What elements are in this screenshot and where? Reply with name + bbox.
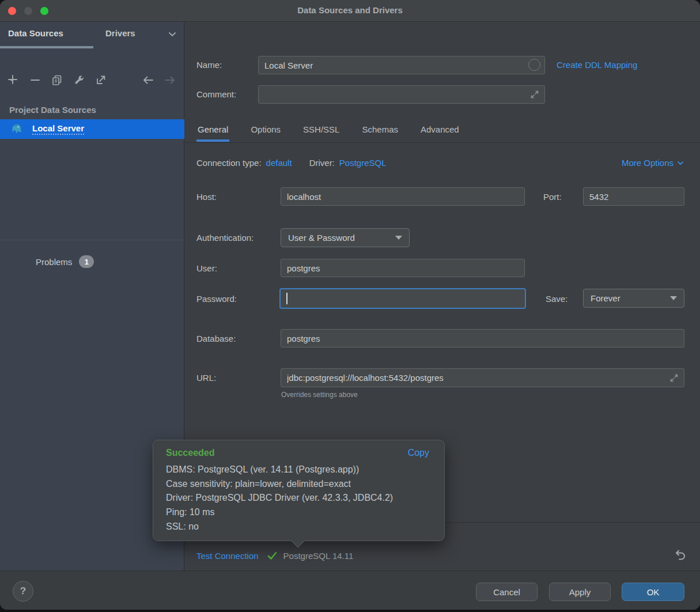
- connection-type-value-link[interactable]: default: [266, 158, 292, 168]
- detail-case-sensitivity: Case sensitivity: plain=lower, delimited…: [166, 477, 393, 492]
- authentication-label: Authentication:: [196, 233, 253, 243]
- database-label: Database:: [196, 334, 236, 343]
- detail-driver: Driver: PostgreSQL JDBC Driver (ver. 42.…: [166, 491, 393, 505]
- success-check-icon: [267, 550, 278, 561]
- revert-icon[interactable]: [673, 548, 687, 562]
- test-connection-result-popup: Succeeded Copy DBMS: PostgreSQL (ver. 14…: [153, 440, 445, 541]
- user-input[interactable]: [281, 259, 525, 277]
- sidebar-divider: [0, 240, 184, 240]
- title-bar: Data Sources and Drivers: [0, 0, 700, 22]
- tab-general[interactable]: General: [198, 120, 228, 143]
- text-caret: [286, 293, 287, 304]
- driver-label: Driver:: [309, 158, 335, 168]
- url-label: URL:: [196, 373, 216, 383]
- dropdown-arrow-icon: [395, 236, 402, 240]
- detail-dbms: DBMS: PostgreSQL (ver. 14.11 (Postgres.a…: [166, 463, 393, 477]
- cancel-button[interactable]: Cancel: [476, 583, 538, 601]
- authentication-select[interactable]: User & Password: [281, 228, 410, 247]
- detail-ssl: SSL: no: [166, 520, 393, 534]
- sidebar-tab-bar: Data Sources Drivers: [0, 22, 184, 46]
- status-succeeded: Succeeded: [166, 448, 214, 458]
- port-input[interactable]: [583, 187, 684, 206]
- dialog-footer: ? Cancel Apply OK: [0, 571, 700, 610]
- host-label: Host:: [196, 192, 217, 202]
- url-input[interactable]: [281, 368, 684, 387]
- tab-advanced[interactable]: Advanced: [421, 120, 459, 143]
- remove-icon[interactable]: [28, 73, 43, 88]
- save-label: Save:: [546, 294, 567, 304]
- copy-link[interactable]: Copy: [408, 448, 429, 458]
- problems-count-badge: 1: [79, 255, 94, 268]
- more-options-link[interactable]: More Options: [622, 158, 684, 168]
- back-arrow-icon[interactable]: [141, 73, 156, 88]
- project-data-sources-header: Project Data Sources: [9, 105, 96, 115]
- more-options-label: More Options: [622, 158, 673, 168]
- password-label: Password:: [196, 294, 237, 304]
- add-icon[interactable]: [6, 73, 21, 88]
- chevron-down-icon: [676, 159, 684, 167]
- progress-circle-icon: [528, 59, 540, 71]
- dropdown-arrow-icon: [670, 296, 677, 300]
- expand-url-icon[interactable]: [669, 373, 679, 383]
- expand-comment-icon[interactable]: [529, 89, 540, 100]
- password-input[interactable]: [279, 288, 526, 309]
- data-source-label: Local Server: [32, 123, 84, 135]
- connection-type-row: Connection type: default Driver: Postgre…: [196, 158, 387, 168]
- duplicate-icon[interactable]: [50, 73, 65, 88]
- port-label: Port:: [543, 192, 562, 202]
- name-label: Name:: [196, 60, 222, 70]
- problems-label: Problems: [36, 257, 72, 267]
- sidebar-toolbar: [6, 73, 177, 88]
- comment-input[interactable]: [258, 85, 545, 104]
- chevron-down-icon[interactable]: [168, 29, 177, 39]
- detail-ping: Ping: 10 ms: [166, 505, 393, 520]
- save-value: Forever: [591, 293, 620, 303]
- database-input[interactable]: [281, 329, 684, 347]
- connection-status-row: Test Connection PostgreSQL 14.11: [196, 550, 353, 561]
- test-connection-link[interactable]: Test Connection: [196, 551, 259, 561]
- driver-value-link[interactable]: PostgreSQL: [339, 158, 387, 168]
- data-source-item-local-server[interactable]: Local Server: [0, 119, 184, 139]
- ok-button[interactable]: OK: [622, 583, 684, 601]
- data-sources-dialog: Data Sources and Drivers Data Sources Dr…: [0, 0, 700, 610]
- settings-tab-bar: General Options SSH/SSL Schemas Advanced: [198, 120, 459, 143]
- forward-arrow-icon: [162, 73, 177, 88]
- authentication-value: User & Password: [288, 233, 355, 243]
- tab-data-sources[interactable]: Data Sources: [8, 28, 63, 38]
- tab-options[interactable]: Options: [251, 120, 281, 143]
- apply-button[interactable]: Apply: [549, 583, 611, 601]
- name-input[interactable]: [258, 56, 545, 74]
- user-label: User:: [196, 263, 217, 273]
- tab-drivers[interactable]: Drivers: [105, 28, 135, 38]
- postgresql-elephant-icon: [10, 123, 23, 135]
- window-title: Data Sources and Drivers: [0, 5, 700, 15]
- db-version-text: PostgreSQL 14.11: [283, 551, 354, 561]
- wrench-icon[interactable]: [71, 73, 86, 88]
- host-input[interactable]: [281, 187, 525, 206]
- save-select[interactable]: Forever: [583, 289, 684, 308]
- help-button[interactable]: ?: [13, 581, 33, 602]
- problems-toggle[interactable]: Problems 1: [36, 255, 94, 268]
- export-icon[interactable]: [93, 73, 108, 88]
- tab-schemas[interactable]: Schemas: [362, 120, 398, 143]
- url-hint-text: Overrides settings above: [281, 391, 358, 399]
- create-ddl-mapping-link[interactable]: Create DDL Mapping: [557, 60, 637, 70]
- tab-ssh-ssl[interactable]: SSH/SSL: [303, 120, 339, 143]
- connection-type-label: Connection type:: [196, 158, 262, 168]
- comment-label: Comment:: [196, 89, 236, 99]
- connection-details: DBMS: PostgreSQL (ver. 14.11 (Postgres.a…: [166, 463, 393, 534]
